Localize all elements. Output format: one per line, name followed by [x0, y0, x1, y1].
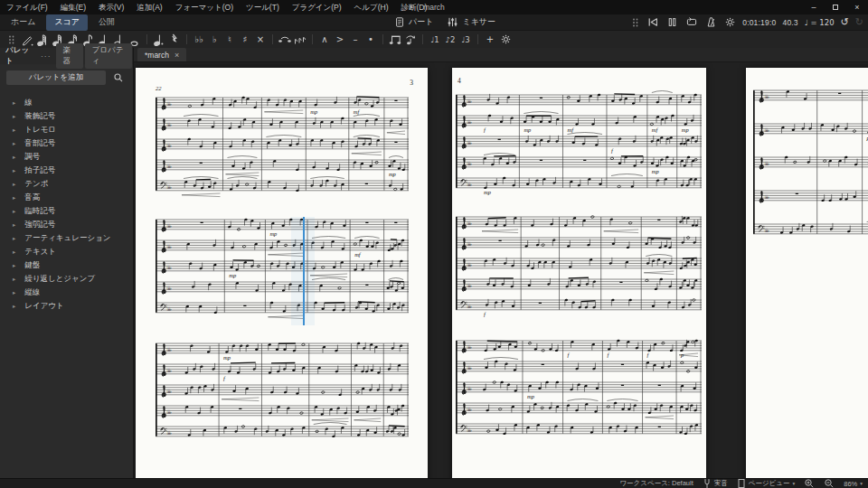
palette-item-pitch[interactable]: ▸音高 — [0, 191, 133, 204]
palette-item-tremolo[interactable]: ▸トレモロ — [0, 123, 133, 136]
palette-menu-button[interactable]: ··· — [37, 52, 55, 61]
double-sharp-icon[interactable]: × — [253, 32, 268, 48]
chevron-down-icon: ▾ — [792, 481, 795, 486]
note-64th-icon[interactable] — [35, 32, 50, 48]
menu-plugins[interactable]: プラグイン(P) — [286, 0, 348, 14]
playback-settings-icon[interactable] — [724, 16, 736, 28]
expand-arrow-icon[interactable]: ▸ — [13, 167, 15, 174]
expand-arrow-icon[interactable]: ▸ — [13, 194, 15, 202]
expand-arrow-icon[interactable]: ▸ — [13, 154, 15, 161]
add-icon[interactable]: + — [483, 32, 497, 48]
tab-publish[interactable]: 公開 — [90, 14, 123, 31]
expand-arrow-icon[interactable]: ▸ — [13, 99, 15, 107]
undo-button[interactable]: ↺ — [841, 16, 849, 28]
palette-item-time-signatures[interactable]: ▸拍子記号 — [0, 164, 133, 177]
expand-arrow-icon[interactable]: ▸ — [13, 140, 15, 147]
palette-item-tempo[interactable]: ▸テンポ — [0, 177, 133, 191]
tie-icon[interactable] — [278, 32, 292, 48]
expand-arrow-icon[interactable]: ▸ — [13, 289, 15, 296]
sharp-icon[interactable]: ♯ — [238, 32, 252, 48]
palette-item-keyboard[interactable]: ▸鍵盤 — [0, 258, 133, 272]
expand-arrow-icon[interactable]: ▸ — [13, 113, 15, 120]
mixer-button[interactable]: ミキサー — [447, 16, 495, 28]
score-page-2[interactable]: 4♭♭♭♭♭♭♭♭♭♭♭♭♭♭♭fmpmfmfmpfmpmp♭♭♭♭♭♭♭♭♭♭… — [452, 68, 706, 478]
flat-icon[interactable]: ♭ — [207, 32, 222, 48]
svg-text:♭♭♭: ♭♭♭ — [467, 118, 472, 125]
minimize-button[interactable]: – — [803, 0, 825, 14]
expand-arrow-icon[interactable]: ▸ — [13, 235, 15, 242]
zoom-in-button[interactable] — [804, 478, 815, 488]
zoom-out-button[interactable] — [824, 478, 835, 488]
close-button[interactable]: × — [846, 0, 868, 14]
svg-text:mp: mp — [229, 272, 237, 278]
playback-cursor — [303, 217, 305, 325]
view-mode-selector[interactable]: ページビュー ▾ — [737, 478, 795, 488]
menu-file[interactable]: ファイル(F) — [0, 0, 54, 14]
metronome-icon[interactable] — [705, 16, 717, 28]
tenuto-icon[interactable]: – — [348, 32, 363, 48]
score-page-1[interactable]: 322♭♭♭♭♭♭♭♭♭♭♭♭♭♭♭mpmfmp♭♭♭♭♭♭♭♭♭♭♭♭♭♭♭m… — [136, 68, 428, 478]
marcato-icon[interactable]: ∧ — [317, 32, 332, 48]
palette-item-accidentals[interactable]: ▸臨時記号 — [0, 204, 133, 218]
voice-3-icon[interactable]: ♩3 — [458, 32, 473, 48]
rewind-icon[interactable] — [646, 16, 659, 28]
menu-help[interactable]: ヘルプ(H) — [348, 0, 395, 14]
customize-toolbar-icon[interactable] — [498, 32, 513, 48]
palette-item-layout[interactable]: ▸レイアウト — [0, 299, 133, 313]
augmentation-dot-icon[interactable] — [152, 32, 166, 48]
expand-arrow-icon[interactable]: ▸ — [13, 181, 15, 188]
palette-item-dynamics[interactable]: ▸強弱記号 — [0, 218, 133, 231]
zoom-level-selector[interactable]: 86% ▾ — [844, 480, 863, 488]
accent-icon[interactable]: > — [333, 32, 347, 48]
palette-item-articulations[interactable]: ▸アーティキュレーション — [0, 231, 133, 245]
expand-arrow-icon[interactable]: ▸ — [13, 276, 15, 283]
loop-playback-icon[interactable] — [685, 16, 698, 28]
score-canvas[interactable]: 322♭♭♭♭♭♭♭♭♭♭♭♭♭♭♭mpmfmp♭♭♭♭♭♭♭♭♭♭♭♭♭♭♭m… — [134, 62, 868, 478]
expand-arrow-icon[interactable]: ▸ — [13, 127, 15, 134]
menu-edit[interactable]: 編集(E) — [54, 0, 92, 14]
search-palette-button[interactable] — [110, 70, 127, 85]
palette-item-repeats-jumps[interactable]: ▸繰り返しとジャンプ — [0, 272, 133, 286]
menu-diagnostics[interactable]: 診断(D) — [394, 0, 433, 14]
natural-icon[interactable]: ♮ — [222, 32, 237, 48]
tuplet-icon[interactable] — [388, 32, 402, 48]
palette-item-barlines[interactable]: ▸縦線 — [0, 286, 133, 299]
voice-2-icon[interactable]: ♪2 — [443, 32, 458, 48]
staccato-icon[interactable]: • — [363, 32, 378, 48]
tempo-display[interactable]: ♩ = 120 — [805, 18, 835, 27]
parts-button[interactable]: パート — [394, 16, 433, 28]
workspace-indicator[interactable]: ワークスペース: Default — [619, 479, 693, 488]
expand-arrow-icon[interactable]: ▸ — [13, 262, 15, 269]
expand-arrow-icon[interactable]: ▸ — [13, 303, 15, 310]
rest-icon[interactable] — [167, 32, 182, 48]
double-flat-icon[interactable]: ♭♭ — [192, 32, 206, 48]
menu-view[interactable]: 表示(V) — [92, 0, 130, 14]
svg-text:♭♭♭: ♭♭♭ — [167, 264, 172, 270]
score-page-3[interactable]: ♭♭♭♭♭♭♭♭♭♭♭♭♭♭♭pmfp — [746, 68, 868, 478]
expand-arrow-icon[interactable]: ▸ — [13, 221, 15, 229]
slur-icon[interactable] — [293, 32, 307, 48]
playback-time: 0:01:19:0 — [742, 18, 776, 27]
expand-arrow-icon[interactable]: ▸ — [13, 208, 15, 215]
score-tab-close-icon[interactable]: × — [175, 51, 179, 60]
add-palette-button[interactable]: パレットを追加 — [6, 70, 106, 85]
menu-format[interactable]: フォーマット(O) — [169, 0, 240, 14]
flip-direction-icon[interactable] — [403, 32, 418, 48]
palette-item-key-signatures[interactable]: ▸調号 — [0, 150, 133, 164]
expand-arrow-icon[interactable]: ▸ — [13, 249, 15, 256]
maximize-button[interactable] — [825, 0, 846, 14]
menu-add[interactable]: 追加(A) — [130, 0, 168, 14]
pause-icon[interactable] — [666, 16, 678, 28]
palette-item-label: 鍵盤 — [24, 260, 40, 271]
voice-1-icon[interactable]: ♩1 — [428, 32, 442, 48]
palette-item-text[interactable]: ▸テキスト — [0, 245, 133, 258]
staff-system: ♭♭♭♭♭♭♭♭♭♭♭♭♭♭♭fmpmfmfmpfmpmp — [456, 89, 702, 203]
tab-score[interactable]: スコア — [46, 14, 88, 31]
tab-home[interactable]: ホーム — [3, 14, 43, 31]
palette-item-lines[interactable]: ▸線 — [0, 96, 133, 109]
palette-item-ornaments[interactable]: ▸装飾記号 — [0, 109, 133, 123]
palette-item-clefs[interactable]: ▸音部記号 — [0, 136, 133, 150]
score-tab-march[interactable]: *march × — [137, 48, 186, 61]
concert-pitch-toggle[interactable]: 実音 — [703, 478, 728, 488]
menu-tools[interactable]: ツール(T) — [240, 0, 286, 14]
